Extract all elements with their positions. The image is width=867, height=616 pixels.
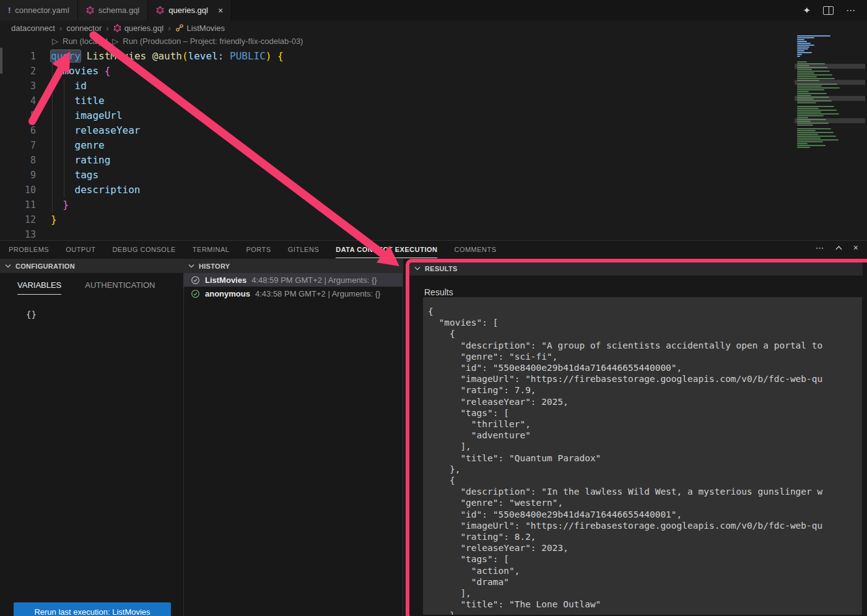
code-line-4: 4 title (0, 93, 793, 108)
breadcrumb-label: queries.gql (124, 24, 164, 33)
code-line-10: 10 description (0, 183, 793, 197)
titlebar-actions: ✦ ⋯ (803, 0, 867, 20)
configuration-tabs: VARIABLES AUTHENTICATION (0, 280, 183, 295)
breadcrumb-separator: › (106, 24, 108, 33)
panel-tab-problems[interactable]: PROBLEMS (9, 241, 49, 258)
check-circle-icon-green (191, 289, 200, 298)
line-number: 6 (0, 123, 51, 138)
breadcrumb-item-listmovies[interactable]: ListMovies (175, 24, 225, 33)
line-number: 4 (0, 93, 51, 108)
breadcrumb-separator: › (168, 24, 170, 33)
breadcrumb-label: dataconnect (11, 24, 55, 33)
history-entry-name: ListMovies (205, 275, 246, 285)
variables-value[interactable]: {} (0, 310, 183, 319)
code-line-8: 8 rating (0, 153, 793, 168)
breadcrumb: dataconnect›connector›queries.gql›ListMo… (0, 20, 867, 35)
check-circle-icon-grey (191, 275, 200, 285)
code-line-12: 12} (0, 212, 793, 227)
panel-tab-bar: PROBLEMSOUTPUTDEBUG CONSOLETERMINALPORTS… (0, 241, 867, 258)
line-number: 7 (0, 138, 51, 153)
configuration-header[interactable]: CONFIGURATION (0, 259, 183, 273)
panel-tab-terminal[interactable]: TERMINAL (193, 241, 230, 258)
run-local-link[interactable]: Run (local) (63, 37, 102, 46)
breadcrumb-item-connector[interactable]: connector (66, 24, 102, 33)
copilot-sparkle-icon[interactable]: ✦ (803, 5, 811, 16)
editor-tab-schema-gql[interactable]: schema.gql (78, 0, 148, 20)
panel-actions: ⋯ × (816, 243, 858, 253)
tab-label: queries.gql (168, 6, 208, 15)
line-number: 3 (0, 79, 51, 93)
code-line-6: 6 releaseYear (0, 123, 793, 138)
history-header[interactable]: HISTORY (183, 259, 403, 273)
history-header-label: HISTORY (199, 262, 230, 270)
graphql-icon (86, 6, 94, 14)
line-number: 1 (0, 49, 51, 64)
breadcrumb-item-queries-gql[interactable]: queries.gql (113, 24, 164, 33)
run-production-link[interactable]: Run (Production – Project: friendly-flix… (123, 37, 303, 46)
code-editor[interactable]: ▷ Run (local) | ▷ Run (Production – Proj… (0, 35, 867, 240)
minimap[interactable] (795, 35, 865, 150)
history-entry-meta: 4:48:59 PM GMT+2 | Arguments: {} (251, 275, 377, 285)
editor-tab-connector-yaml[interactable]: !connector.yaml (0, 0, 78, 20)
graphql-icon (113, 24, 121, 32)
history-section: HISTORY ListMovies4:48:59 PM GMT+2 | Arg… (183, 259, 403, 616)
panel-tab-output[interactable]: OUTPUT (66, 241, 95, 258)
panel-close-icon[interactable]: × (853, 243, 858, 253)
more-actions-icon[interactable]: ⋯ (846, 5, 856, 16)
code-line-11: 11 } (0, 197, 793, 212)
split-editor-icon[interactable] (823, 6, 834, 15)
code-line-5: 5 imageUrl (0, 108, 793, 123)
chevron-down-icon (188, 264, 194, 268)
graphql-icon (156, 6, 164, 14)
breadcrumb-item-dataconnect[interactable]: dataconnect (11, 24, 55, 33)
history-entry-listmovies[interactable]: ListMovies4:48:59 PM GMT+2 | Arguments: … (183, 273, 403, 287)
line-number: 8 (0, 153, 51, 168)
run-play-icon: ▷ (52, 37, 58, 46)
results-header-label: RESULTS (425, 265, 458, 272)
history-list: ListMovies4:48:59 PM GMT+2 | Arguments: … (183, 273, 403, 300)
tab-label: schema.gql (98, 6, 139, 15)
results-label: Results (424, 287, 867, 297)
history-entry-name: anonymous (205, 289, 250, 298)
codelens-bar: ▷ Run (local) | ▷ Run (Production – Proj… (52, 37, 303, 46)
breadcrumb-label: connector (66, 24, 102, 33)
configuration-header-label: CONFIGURATION (15, 262, 75, 270)
line-number: 11 (0, 197, 51, 212)
results-section: RESULTS Results { "movies": [ { "descrip… (403, 259, 867, 616)
tab-authentication[interactable]: AUTHENTICATION (85, 280, 155, 295)
code-line-13: 13 (0, 227, 793, 240)
panel-tab-debug-console[interactable]: DEBUG CONSOLE (112, 241, 175, 258)
configuration-section: CONFIGURATION VARIABLES AUTHENTICATION {… (0, 259, 184, 616)
chevron-down-icon (414, 266, 420, 271)
code-lines: 1query ListMovies @auth(level: PUBLIC) {… (0, 49, 793, 240)
rerun-last-execution-button[interactable]: Rerun last execution: ListMovies (14, 602, 171, 616)
panel-maximize-icon[interactable] (835, 246, 842, 250)
line-number: 9 (0, 168, 51, 183)
yaml-warning-icon: ! (8, 6, 11, 15)
results-output-box: { "movies": [ { "description": "A group … (423, 297, 862, 615)
results-header[interactable]: RESULTS (409, 261, 863, 275)
line-number: 5 (0, 108, 51, 123)
code-line-9: 9 tags (0, 168, 793, 183)
run-play-icon: ▷ (112, 37, 118, 46)
code-line-1: 1query ListMovies @auth(level: PUBLIC) { (0, 49, 793, 64)
panel-tab-gitlens[interactable]: GITLENS (288, 241, 320, 258)
panel-tab-comments[interactable]: COMMENTS (454, 241, 496, 258)
codelens-divider: | (106, 37, 108, 46)
panel-tab-data-connect-execution[interactable]: DATA CONNECT EXECUTION (336, 241, 437, 258)
results-json: { "movies": [ { "description": "A group … (423, 297, 862, 615)
panel-more-icon[interactable]: ⋯ (816, 243, 824, 253)
query-symbol-icon (175, 24, 184, 32)
tab-variables[interactable]: VARIABLES (17, 280, 61, 295)
history-entry-meta: 4:43:58 PM GMT+2 | Arguments: {} (255, 289, 380, 298)
history-entry-anonymous[interactable]: anonymous4:43:58 PM GMT+2 | Arguments: {… (183, 287, 403, 300)
code-line-2: 2 movies { (0, 64, 793, 79)
tab-label: connector.yaml (15, 6, 69, 15)
line-number: 13 (0, 227, 51, 240)
tab-close-icon[interactable]: × (218, 6, 223, 15)
panel-tab-ports[interactable]: PORTS (246, 241, 271, 258)
breadcrumb-separator: › (59, 24, 62, 33)
editor-tab-bar: !connector.yamlschema.gqlqueries.gql× ✦ … (0, 0, 867, 20)
panel-body: CONFIGURATION VARIABLES AUTHENTICATION {… (0, 259, 867, 616)
editor-tab-queries-gql[interactable]: queries.gql× (148, 0, 232, 20)
